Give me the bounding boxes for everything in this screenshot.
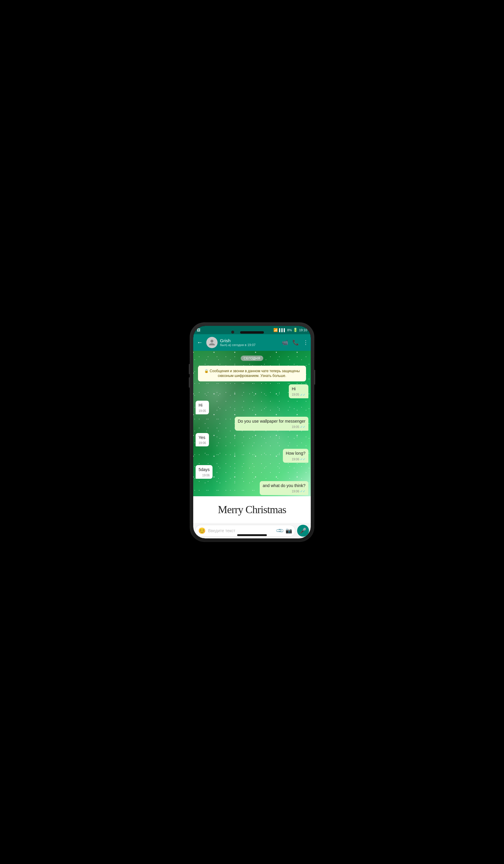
- read-receipt: ✓✓: [300, 457, 305, 461]
- merry-christmas-image: Merry Christmas: [193, 496, 311, 523]
- date-badge: СЕГОДНЯ: [241, 356, 263, 361]
- message-row: Hi 19:05 ✓✓: [196, 384, 308, 398]
- message-time: 19:06: [202, 473, 209, 478]
- camera-input-icon[interactable]: 📷: [286, 527, 292, 534]
- message-meta: 19:05 ✓✓: [292, 393, 305, 397]
- text-input-placeholder[interactable]: Введите текст: [208, 528, 274, 533]
- message-meta: 19:05: [199, 409, 206, 413]
- contact-status: был(-а) сегодня в 19:07: [220, 343, 279, 347]
- emoji-button[interactable]: 😊: [198, 527, 206, 534]
- read-receipt: ✓✓: [300, 393, 305, 397]
- message-time: 19:06: [199, 441, 206, 445]
- message-row: 5days 19:06: [196, 465, 308, 479]
- chat-area: СЕГОДНЯ 🔒 Сообщения и звонки в данном ча…: [193, 351, 311, 496]
- video-call-icon[interactable]: 📹: [282, 339, 288, 346]
- screen: 🖼 📶 ▌▌▌ 8% 🔋 19:10 ←: [193, 326, 311, 538]
- header-actions: 📹 📞 ⋮: [282, 339, 308, 346]
- phone-call-icon[interactable]: 📞: [292, 339, 299, 346]
- message-bubble-sent: Hi 19:05 ✓✓: [289, 384, 308, 398]
- speaker-top: [240, 331, 264, 334]
- time-display: 19:10: [299, 328, 307, 332]
- power-button: [314, 370, 315, 385]
- message-time: 19:06: [292, 490, 299, 494]
- message-meta: 19:06 ✓✓: [286, 457, 305, 461]
- read-receipt: ✓✓: [300, 425, 305, 429]
- wifi-icon: 📶: [273, 328, 278, 332]
- message-text: Hi: [292, 386, 296, 391]
- mic-icon: 🎤: [300, 527, 306, 534]
- chat-header: ← Grish был(-а) сегодня в 19:07 📹 📞 ⋮: [193, 334, 311, 351]
- more-options-icon[interactable]: ⋮: [303, 339, 308, 346]
- message-time: 19:05: [292, 425, 299, 429]
- volume-down-button: [189, 377, 190, 388]
- message-bubble-received: Hi 19:05: [196, 401, 209, 414]
- message-bubble-sent: Do you use wallpaper for messenger 19:05…: [235, 417, 308, 431]
- bottom-speaker: [237, 534, 267, 536]
- attach-icon[interactable]: 📎: [275, 526, 284, 535]
- avatar-icon: [208, 339, 216, 346]
- message-bubble-received: 5days 19:06: [196, 465, 213, 479]
- date-separator: СЕГОДНЯ: [196, 356, 308, 361]
- message-meta: 19:06: [199, 441, 206, 445]
- message-row: and what do you think? 19:06 ✓✓: [196, 481, 308, 495]
- message-row: Hi 19:05: [196, 401, 308, 414]
- message-text: Hi: [199, 403, 202, 408]
- message-text: Yes: [199, 435, 205, 440]
- contact-info: Grish был(-а) сегодня в 19:07: [220, 338, 279, 347]
- notification-icon: 🖼: [197, 328, 200, 332]
- message-meta: 19:05 ✓✓: [238, 425, 305, 429]
- message-time: 19:05: [292, 393, 299, 397]
- message-text: Do you use wallpaper for messenger: [238, 419, 305, 423]
- message-time: 19:06: [292, 457, 299, 461]
- contact-avatar[interactable]: [206, 337, 218, 348]
- status-right: 📶 ▌▌▌ 8% 🔋 19:10: [273, 328, 307, 332]
- encryption-text: 🔒 Сообщения и звонки в данном чате тепер…: [204, 369, 300, 378]
- battery-percentage: 8%: [287, 328, 292, 332]
- encryption-notice: 🔒 Сообщения и звонки в данном чате тепер…: [198, 366, 306, 382]
- message-bubble-sent: How long? 19:06 ✓✓: [283, 449, 308, 463]
- contact-name: Grish: [220, 338, 279, 343]
- message-bubble-received: Yes 19:06: [196, 433, 209, 447]
- chat-content: СЕГОДНЯ 🔒 Сообщения и звонки в данном ча…: [193, 351, 311, 496]
- message-meta: 19:06: [199, 473, 209, 478]
- input-bar: 😊 Введите текст 📎 📷 🎤: [193, 523, 311, 538]
- mic-button[interactable]: 🎤: [297, 525, 309, 537]
- message-text: and what do you think?: [263, 483, 305, 488]
- message-row: How long? 19:06 ✓✓: [196, 449, 308, 463]
- message-time: 19:05: [199, 409, 206, 413]
- back-button[interactable]: ←: [196, 338, 204, 347]
- merry-christmas-text: Merry Christmas: [218, 503, 286, 516]
- signal-icon: ▌▌▌: [279, 328, 286, 332]
- message-row: Do you use wallpaper for messenger 19:05…: [196, 417, 308, 431]
- battery-icon: 🔋: [293, 328, 298, 332]
- volume-up-button: [189, 364, 190, 374]
- message-meta: 19:06 ✓✓: [263, 489, 305, 494]
- message-bubble-sent: and what do you think? 19:06 ✓✓: [260, 481, 308, 495]
- front-camera: [231, 331, 234, 334]
- phone-device: 🖼 📶 ▌▌▌ 8% 🔋 19:10 ←: [190, 322, 314, 542]
- phone-screen: 🖼 📶 ▌▌▌ 8% 🔋 19:10 ←: [193, 326, 311, 538]
- read-receipt: ✓✓: [300, 489, 305, 494]
- status-left: 🖼: [197, 328, 200, 332]
- message-text: How long?: [286, 451, 305, 456]
- message-text: 5days: [199, 467, 209, 472]
- message-row: Yes 19:06: [196, 433, 308, 447]
